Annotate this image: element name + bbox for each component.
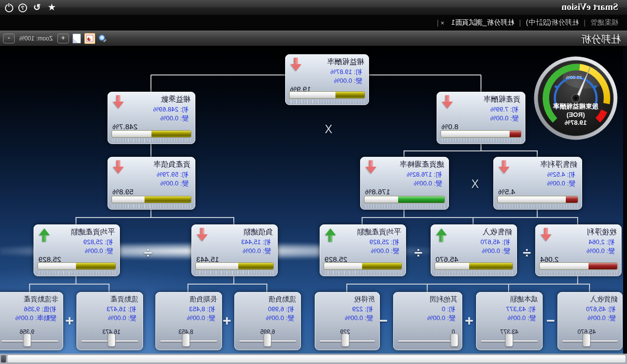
node-initial-value: 初: 0	[442, 305, 455, 314]
horizontal-scrollbar[interactable]	[0, 354, 627, 364]
connector-line	[404, 151, 405, 157]
node-title: 銷售淨利率	[540, 160, 577, 169]
slider-thumb[interactable]	[506, 333, 514, 347]
node-progress-bar	[111, 130, 191, 138]
node-initial-value: 初值: 9,356	[24, 305, 56, 314]
node-initial-value: 初: 7.99%	[490, 105, 518, 114]
scrollbar-corner-button[interactable]	[1, 355, 6, 363]
connector-line	[404, 210, 405, 218]
node-title: 稅後淨利	[587, 227, 617, 237]
dupont-node-rev_bottom[interactable]: 銷貨收入初: 45,670變: 0.00%45,670	[557, 292, 623, 350]
dupont-node-noncur_assets[interactable]: 非流動資產初值: 9,356變動率: 0.00%9,356	[0, 292, 63, 350]
ruler-ticks	[498, 204, 578, 208]
gauge-subtitle: (ROE)	[566, 111, 585, 118]
node-progress-bar	[539, 262, 618, 270]
operator-43: +	[465, 312, 474, 329]
tab-1[interactable]: 檔案總管	[590, 18, 618, 27]
star-icon[interactable]: ★	[47, 2, 57, 12]
connector-line	[473, 218, 474, 224]
dupont-node-avg_assets_a[interactable]: 平均資產總額初: 25,829變: 0.00%25,829	[320, 224, 406, 276]
dupont-node-avg_assets_b[interactable]: 平均資產總額初: 25,829變: 0.00%25,829	[34, 224, 120, 276]
dupont-node-sales_rev[interactable]: 銷售收入初: 45,670變: 0.00%45,670	[431, 224, 517, 276]
dupont-node-net_profit[interactable]: 稅後淨利初: 2,064變: 0.00%2,064	[535, 224, 622, 276]
node-title: 負債總額	[243, 227, 273, 237]
dupont-node-cur_liab[interactable]: 流動負債初: 6,990變: 0.00%6,995	[234, 292, 301, 350]
ruler-ticks	[365, 204, 444, 208]
slider-thumb[interactable]	[23, 333, 31, 347]
dupont-node-multiplier[interactable]: 權益乘數初: 248.69%變: 0.00%248.7%	[108, 92, 195, 144]
node-change-rate: 變: 0.00%	[85, 247, 113, 255]
node-change-rate: 變: 0.00%	[345, 314, 373, 323]
progress-fill	[362, 263, 402, 269]
node-initial-value: 初: 25,829	[369, 238, 399, 247]
node-current-value: 248.7%	[112, 122, 138, 131]
horizontal-scrollbar-thumb[interactable]	[7, 355, 626, 363]
connector-line	[480, 144, 481, 151]
dupont-node-roe[interactable]: 權益報酬率初: 19.87%變: 0.00%19.9%	[285, 54, 369, 105]
node-title: 平均資產總額	[71, 227, 115, 237]
down-arrow-icon	[541, 228, 552, 243]
node-current-value: 59.8%	[112, 187, 134, 196]
connector-line	[346, 284, 347, 292]
refresh-icon[interactable]: ↻	[32, 2, 42, 12]
progress-fill	[398, 196, 444, 203]
node-change-rate: 變: 0.00%	[427, 314, 455, 323]
node-change-rate: 變: 0.00%	[587, 247, 615, 255]
dupont-node-income_tax[interactable]: 所得稅初: 229變: 0.00%229	[315, 292, 380, 350]
node-initial-value: 初: 15,443	[241, 238, 271, 247]
slider-thumb[interactable]	[264, 333, 272, 347]
help-icon[interactable]: ?	[18, 3, 27, 12]
dupont-node-net_margin[interactable]: 銷售淨利率初: 4.52%變: 0.00%4.5%	[493, 157, 582, 210]
ruler-ticks	[324, 271, 402, 275]
magnifier-icon[interactable]	[99, 34, 108, 43]
up-arrow-icon	[436, 228, 447, 243]
title-bar: Smart eVision ★ ↻ ?	[0, 0, 627, 15]
mirrored-app-window: Smart eVision ★ ↻ ? 檔案總管|杜邦分析(設計中)|杜邦分析_…	[0, 0, 627, 364]
operator-247: ÷	[144, 244, 152, 261]
page-toolbar: + Zoom: 100% -	[3, 33, 108, 44]
node-progress-bar	[195, 262, 274, 270]
connector-line	[233, 276, 234, 284]
connector-line	[508, 284, 509, 292]
node-title: 資產負債率	[153, 160, 190, 169]
slider-thumb[interactable]	[450, 333, 458, 347]
slider-thumb[interactable]	[341, 333, 349, 347]
connector-line	[266, 284, 267, 292]
tab-separator: |	[437, 19, 439, 27]
slider-thumb[interactable]	[182, 333, 190, 347]
dupont-node-other_profit[interactable]: 其他利潤初: 0變: 0.00%0	[393, 292, 462, 350]
connector-line	[362, 217, 578, 218]
progress-fill	[238, 263, 273, 269]
dupont-node-cost_total[interactable]: 成本總額初: 43,377變: 0.00%43,377	[476, 292, 543, 350]
node-title: 成本總額	[510, 295, 538, 304]
slider-thumb[interactable]	[583, 333, 590, 347]
zoom-in-button[interactable]: +	[57, 34, 69, 43]
dupont-node-debt_ratio[interactable]: 資產負債率初: 59.79%變: 0.00%59.8%	[108, 157, 195, 210]
node-title: 銷售收入	[482, 227, 512, 237]
node-title: 權益乘數	[161, 95, 190, 104]
tab-2[interactable]: 杜邦分析(設計中)	[526, 18, 579, 27]
connector-line	[404, 150, 538, 151]
dupont-node-cur_assets[interactable]: 流動資產初: 16,473變: 0.00%16,473	[76, 292, 143, 350]
operator-88: X	[471, 178, 479, 191]
zoom-out-button[interactable]: -	[3, 34, 15, 43]
document-icon[interactable]	[73, 34, 81, 43]
dupont-node-liabilities[interactable]: 負債總額初: 15,443變: 0.00%15,443	[191, 224, 278, 276]
connector-line	[368, 74, 481, 75]
progress-fill	[145, 196, 191, 203]
tab-3[interactable]: 杜邦分析_測試頁面1	[451, 18, 515, 27]
dupont-node-turnover[interactable]: 總資產週轉率初: 176.82%變: 0.00%176.8%	[360, 157, 449, 210]
tab-close-icon[interactable]: ×	[441, 19, 444, 27]
slider-track	[398, 340, 457, 342]
dupont-node-roa[interactable]: 資產報酬率初: 7.99%變: 0.00%8.0%	[437, 92, 525, 144]
slider-thumb[interactable]	[108, 333, 115, 347]
progress-fill	[469, 263, 513, 269]
dupont-node-lt_liab[interactable]: 長期負債初: 8,453變: 0.00%8,453	[155, 292, 222, 350]
node-title: 所得稅	[354, 295, 375, 304]
report-view-icon[interactable]	[84, 33, 95, 44]
up-arrow-icon	[325, 228, 336, 243]
node-change-rate: 變: 0.00%	[414, 179, 442, 188]
zoom-level-label: Zoom: 100%	[19, 35, 53, 42]
ruler-ticks	[435, 271, 513, 275]
power-icon[interactable]	[5, 4, 13, 12]
